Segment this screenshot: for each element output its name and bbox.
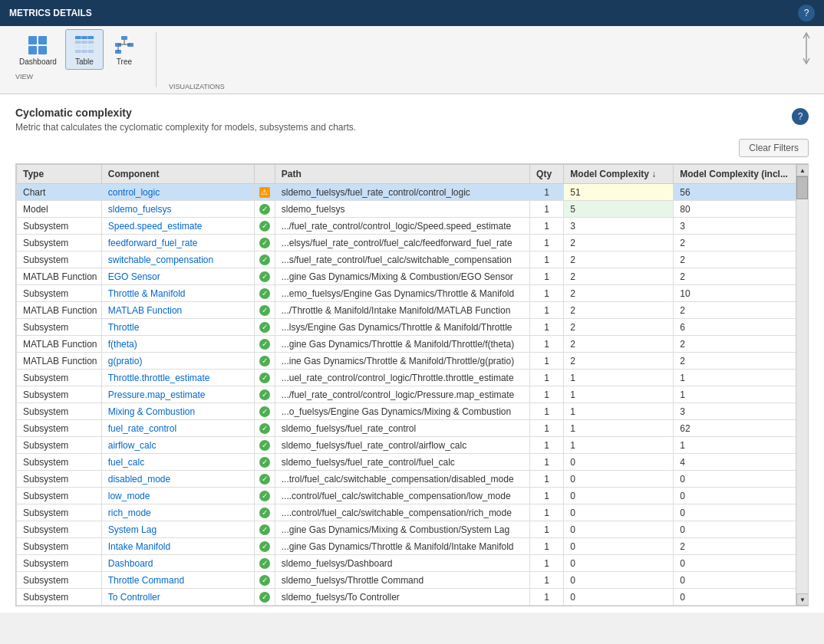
cell-path: ...elsys/fuel_rate_control/fuel_calc/fee… (275, 235, 529, 251)
component-link[interactable]: MATLAB Function (108, 305, 182, 316)
cell-component[interactable]: Throttle.throttle_estimate (101, 370, 254, 386)
component-link[interactable]: control_logic (108, 187, 160, 198)
cell-component[interactable]: EGO Sensor (101, 268, 254, 285)
clear-filters-button[interactable]: Clear Filters (739, 139, 809, 157)
col-header-complexity-incl[interactable]: Model Complexity (incl... (674, 165, 808, 184)
table-row: SubsystemDashboard✓sldemo_fuelsys/Dashbo… (17, 555, 808, 572)
cell-complexity: 2 (564, 353, 674, 370)
component-link[interactable]: sldemo_fuelsys (108, 204, 172, 215)
scroll-track[interactable] (796, 176, 808, 593)
cell-qty: 1 (530, 386, 564, 403)
cell-component[interactable]: Throttle (101, 319, 254, 336)
col-header-type[interactable]: Type (17, 165, 102, 184)
component-link[interactable]: Speed.speed_estimate (108, 221, 203, 232)
cell-complexity-incl: 1 (674, 386, 808, 403)
visualizations-section: VISUALIZATIONS (163, 29, 231, 90)
component-link[interactable]: g(pratio) (108, 356, 143, 366)
cell-status-icon: ✓ (255, 437, 275, 454)
scroll-down-button[interactable]: ▼ (796, 593, 809, 606)
cell-path: ...lsys/Engine Gas Dynamics/Throttle & M… (275, 319, 529, 336)
component-link[interactable]: airflow_calc (108, 440, 157, 451)
component-link[interactable]: disabled_mode (108, 474, 170, 485)
col-header-complexity[interactable]: Model Complexity ↓ (564, 165, 674, 184)
cell-component[interactable]: low_mode (101, 488, 254, 504)
cell-type: Subsystem (17, 251, 102, 268)
cell-type: Subsystem (17, 218, 102, 235)
content-area: Cyclomatic complexity Metric that calcul… (0, 94, 824, 613)
cell-component[interactable]: switchable_compensation (101, 251, 254, 268)
col-header-qty[interactable]: Qty (530, 165, 564, 184)
col-header-path[interactable]: Path (275, 165, 529, 184)
component-link[interactable]: rich_mode (108, 508, 151, 518)
cell-type: Subsystem (17, 319, 102, 336)
cell-component[interactable]: Speed.speed_estimate (101, 218, 254, 235)
cell-component[interactable]: rich_mode (101, 504, 254, 521)
cell-component[interactable]: disabled_mode (101, 471, 254, 488)
component-link[interactable]: fuel_rate_control (108, 423, 176, 434)
component-link[interactable]: System Lag (108, 524, 157, 535)
cell-component[interactable]: g(pratio) (101, 353, 254, 370)
cell-component[interactable]: To Controller (101, 589, 254, 606)
cell-complexity: 2 (564, 336, 674, 353)
dashboard-button[interactable]: Dashboard (12, 29, 64, 70)
cell-component[interactable]: Intake Manifold (101, 538, 254, 555)
cell-component[interactable]: f(theta) (101, 336, 254, 353)
table-row: Chartcontrol_logic⚠sldemo_fuelsys/fuel_r… (17, 184, 808, 201)
table-row: SubsystemSpeed.speed_estimate✓.../fuel_r… (17, 218, 808, 235)
cell-component[interactable]: sldemo_fuelsys (101, 201, 254, 218)
cell-component[interactable]: Throttle Command (101, 572, 254, 589)
cell-component[interactable]: control_logic (101, 184, 254, 201)
cell-component[interactable]: Pressure.map_estimate (101, 386, 254, 403)
component-link[interactable]: low_mode (108, 491, 150, 501)
component-link[interactable]: Mixing & Combustion (108, 406, 195, 417)
cell-complexity-incl: 80 (674, 201, 808, 218)
cell-complexity: 0 (564, 555, 674, 572)
cell-component[interactable]: Mixing & Combustion (101, 403, 254, 420)
cell-path: .../Throttle & Manifold/Intake Manifold/… (275, 302, 529, 319)
component-link[interactable]: Pressure.map_estimate (108, 389, 206, 400)
status-ok-icon: ✓ (259, 508, 270, 518)
component-link[interactable]: Dashboard (108, 558, 153, 569)
component-link[interactable]: To Controller (108, 592, 160, 603)
component-link[interactable]: Throttle & Manifold (108, 288, 186, 299)
table-button[interactable]: Table (65, 29, 104, 70)
table-row: SubsystemIntake Manifold✓...gine Gas Dyn… (17, 538, 808, 555)
cell-component[interactable]: fuel_rate_control (101, 420, 254, 437)
component-link[interactable]: Throttle (108, 322, 140, 333)
metric-help-button[interactable]: ? (792, 108, 809, 125)
cell-component[interactable]: Dashboard (101, 555, 254, 572)
table-body: Chartcontrol_logic⚠sldemo_fuelsys/fuel_r… (17, 184, 808, 606)
svg-rect-7 (75, 50, 94, 53)
cell-component[interactable]: Throttle & Manifold (101, 285, 254, 302)
cell-complexity-incl: 3 (674, 403, 808, 420)
scroll-up-button[interactable]: ▲ (796, 164, 809, 176)
cell-component[interactable]: System Lag (101, 521, 254, 538)
tree-button[interactable]: Tree (105, 29, 143, 70)
table-row: Subsystemswitchable_compensation✓...s/fu… (17, 251, 808, 268)
table-scrollbar[interactable]: ▲ ▼ (796, 164, 808, 606)
cell-complexity-incl: 6 (674, 319, 808, 336)
cell-path: sldemo_fuelsys/fuel_rate_control/airflow… (275, 437, 529, 454)
col-header-component[interactable]: Component (101, 165, 254, 184)
cell-component[interactable]: fuel_calc (101, 454, 254, 471)
component-link[interactable]: feedforward_fuel_rate (108, 238, 198, 248)
cell-component[interactable]: MATLAB Function (101, 302, 254, 319)
metric-description: Metric that calculates the cyclomatic co… (15, 122, 356, 133)
title-bar-help-button[interactable]: ? (798, 5, 815, 21)
status-ok-icon: ✓ (259, 204, 270, 215)
component-link[interactable]: fuel_calc (108, 457, 144, 468)
cell-complexity: 2 (564, 302, 674, 319)
scroll-thumb[interactable] (796, 176, 808, 199)
component-link[interactable]: Throttle Command (108, 575, 184, 586)
cell-component[interactable]: feedforward_fuel_rate (101, 235, 254, 251)
component-link[interactable]: Throttle.throttle_estimate (108, 373, 210, 383)
component-link[interactable]: f(theta) (108, 339, 137, 350)
cell-complexity: 1 (564, 420, 674, 437)
cell-qty: 1 (530, 302, 564, 319)
cell-complexity-incl: 1 (674, 437, 808, 454)
component-link[interactable]: Intake Manifold (108, 541, 170, 552)
component-link[interactable]: EGO Sensor (108, 271, 160, 282)
cell-type: MATLAB Function (17, 302, 102, 319)
component-link[interactable]: switchable_compensation (108, 255, 213, 265)
cell-component[interactable]: airflow_calc (101, 437, 254, 454)
